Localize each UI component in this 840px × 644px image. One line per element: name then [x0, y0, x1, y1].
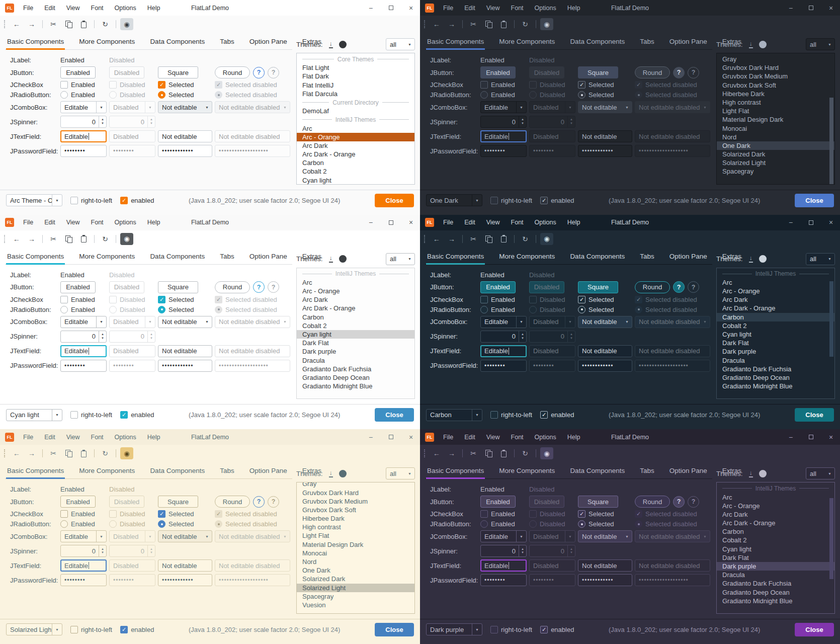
- menu-options[interactable]: Options: [115, 5, 136, 12]
- spinner-arrows[interactable]: ▲ ▼: [99, 331, 106, 342]
- close-window-icon[interactable]: ×: [827, 434, 835, 441]
- scrollbar-thumb[interactable]: [829, 498, 833, 579]
- github-icon[interactable]: [759, 470, 767, 477]
- download-icon[interactable]: ↓: [329, 255, 333, 263]
- theme-list-item[interactable]: Carbon: [717, 527, 834, 536]
- theme-list-item[interactable]: Arc Dark - Orange: [717, 519, 834, 527]
- refresh-button[interactable]: ↻: [519, 233, 532, 245]
- theme-list-item[interactable]: Gradianto Dark Fuchsia: [717, 365, 834, 373]
- jbutton-enabled[interactable]: Enabled: [480, 496, 516, 508]
- jspinner[interactable]: 0 ▲ ▼: [480, 545, 527, 557]
- tab-extras[interactable]: Extras: [721, 467, 742, 478]
- tab-basic-components[interactable]: Basic Components: [6, 467, 65, 478]
- jradiobutton-enabled[interactable]: Enabled: [480, 306, 527, 313]
- jcheckbox-enabled[interactable]: Enabled: [60, 510, 107, 518]
- theme-list-item[interactable]: Arc Dark: [717, 295, 834, 304]
- menu-view[interactable]: View: [486, 434, 500, 441]
- menu-view[interactable]: View: [486, 219, 500, 226]
- refresh-button[interactable]: ↻: [99, 447, 112, 459]
- menu-options[interactable]: Options: [535, 5, 556, 12]
- menu-edit[interactable]: Edit: [464, 219, 475, 226]
- help-button[interactable]: ?: [253, 281, 265, 293]
- jcheckbox-selected[interactable]: ✓ Selected: [578, 81, 632, 89]
- theme-filter-combobox[interactable]: all ▼: [386, 253, 415, 265]
- jbutton-square[interactable]: Square: [578, 496, 618, 508]
- menu-edit[interactable]: Edit: [44, 5, 55, 12]
- tab-extras[interactable]: Extras: [301, 467, 322, 478]
- jpasswordfield-not-editable[interactable]: ••••••••••••: [578, 145, 632, 157]
- refresh-button[interactable]: ↻: [519, 447, 532, 459]
- theme-filter-combobox[interactable]: all ▼: [386, 38, 415, 50]
- theme-list-item[interactable]: Cyan light: [297, 176, 414, 185]
- tab-option-pane[interactable]: Option Pane: [668, 253, 708, 264]
- enabled-checkbox[interactable]: ✓ enabled: [540, 411, 574, 419]
- menu-font[interactable]: Font: [511, 219, 524, 226]
- tab-option-pane[interactable]: Option Pane: [248, 38, 288, 49]
- theme-combobox[interactable]: Solarized Light ▼: [6, 623, 62, 635]
- jtextfield-not-editable[interactable]: Not editable: [578, 559, 632, 572]
- jcheckbox-enabled[interactable]: Enabled: [60, 81, 107, 89]
- tab-basic-components[interactable]: Basic Components: [426, 253, 485, 264]
- menu-view[interactable]: View: [66, 434, 80, 441]
- theme-list-item[interactable]: Flat IntelliJ: [297, 81, 414, 90]
- tab-more-components[interactable]: More Components: [498, 253, 556, 264]
- jbutton-square[interactable]: Square: [578, 281, 618, 293]
- tab-data-components[interactable]: Data Components: [149, 467, 206, 478]
- tab-tabs[interactable]: Tabs: [219, 467, 235, 478]
- jtextfield-editable[interactable]: Editable: [60, 130, 107, 142]
- theme-list-item[interactable]: Cobalt 2: [717, 321, 834, 330]
- jradiobutton-enabled[interactable]: Enabled: [60, 91, 107, 99]
- menu-font[interactable]: Font: [91, 434, 104, 441]
- minimize-icon[interactable]: −: [367, 434, 375, 441]
- help-button-secondary[interactable]: ?: [268, 281, 279, 293]
- tab-extras[interactable]: Extras: [721, 253, 742, 264]
- help-button-secondary[interactable]: ?: [688, 496, 699, 508]
- theme-list-item[interactable]: Hiberbee Dark: [717, 90, 834, 98]
- tab-data-components[interactable]: Data Components: [569, 253, 626, 264]
- forward-button[interactable]: →: [445, 447, 458, 459]
- theme-list-item[interactable]: Solarized Dark: [297, 575, 414, 583]
- theme-list-item[interactable]: Dark purple: [297, 347, 414, 356]
- jcombobox-editable[interactable]: Editable ▼: [60, 316, 107, 328]
- minimize-icon[interactable]: −: [367, 5, 375, 12]
- jcheckbox-selected[interactable]: ✓ Selected: [158, 510, 212, 518]
- menu-view[interactable]: View: [66, 5, 80, 12]
- theme-list-item[interactable]: Gradianto Midnight Blue: [297, 382, 414, 390]
- github-icon[interactable]: [339, 470, 347, 477]
- jpasswordfield-editable[interactable]: ••••••••: [480, 574, 527, 586]
- jtextfield-editable[interactable]: Editable: [60, 559, 107, 572]
- menu-options[interactable]: Options: [535, 434, 556, 441]
- jpasswordfield-editable[interactable]: ••••••••: [60, 145, 107, 157]
- theme-list-item[interactable]: Gruvbox Dark Hard: [297, 489, 414, 497]
- help-button-secondary[interactable]: ?: [688, 67, 699, 78]
- jcheckbox-enabled[interactable]: Enabled: [480, 81, 527, 89]
- cut-button[interactable]: ✂: [47, 447, 60, 459]
- jradiobutton-selected[interactable]: Selected: [158, 306, 212, 313]
- theme-list-item[interactable]: Gray: [717, 55, 834, 63]
- theme-list-item[interactable]: Solarized Dark: [717, 150, 834, 158]
- tab-tabs[interactable]: Tabs: [639, 38, 655, 49]
- jtextfield-editable[interactable]: Editable: [480, 130, 527, 142]
- paste-button[interactable]: [77, 18, 90, 30]
- menu-edit[interactable]: Edit: [44, 219, 55, 226]
- jbutton-round[interactable]: Round: [635, 66, 670, 78]
- github-icon[interactable]: [339, 41, 347, 48]
- jradiobutton-enabled[interactable]: Enabled: [60, 520, 107, 528]
- menu-font[interactable]: Font: [511, 5, 524, 12]
- theme-list-item[interactable]: Gradianto Deep Ocean: [297, 373, 414, 382]
- theme-list-item[interactable]: Monocai: [717, 124, 834, 133]
- jbutton-square[interactable]: Square: [158, 281, 198, 293]
- jcheckbox-selected[interactable]: ✓ Selected: [158, 296, 212, 303]
- menu-help[interactable]: Help: [147, 219, 160, 226]
- spinner-arrows[interactable]: ▲ ▼: [99, 116, 106, 127]
- enabled-checkbox[interactable]: ✓ enabled: [120, 411, 154, 419]
- copy-button[interactable]: [62, 18, 75, 30]
- jbutton-round[interactable]: Round: [635, 496, 670, 508]
- theme-list-item[interactable]: High contrast: [717, 98, 834, 107]
- right-to-left-checkbox[interactable]: right-to-left: [490, 197, 532, 204]
- tab-basic-components[interactable]: Basic Components: [6, 38, 65, 49]
- theme-list-item[interactable]: Cyan light: [717, 330, 834, 339]
- jradiobutton-selected[interactable]: Selected: [578, 520, 632, 528]
- maximize-icon[interactable]: [387, 6, 395, 10]
- menu-file[interactable]: File: [23, 434, 33, 441]
